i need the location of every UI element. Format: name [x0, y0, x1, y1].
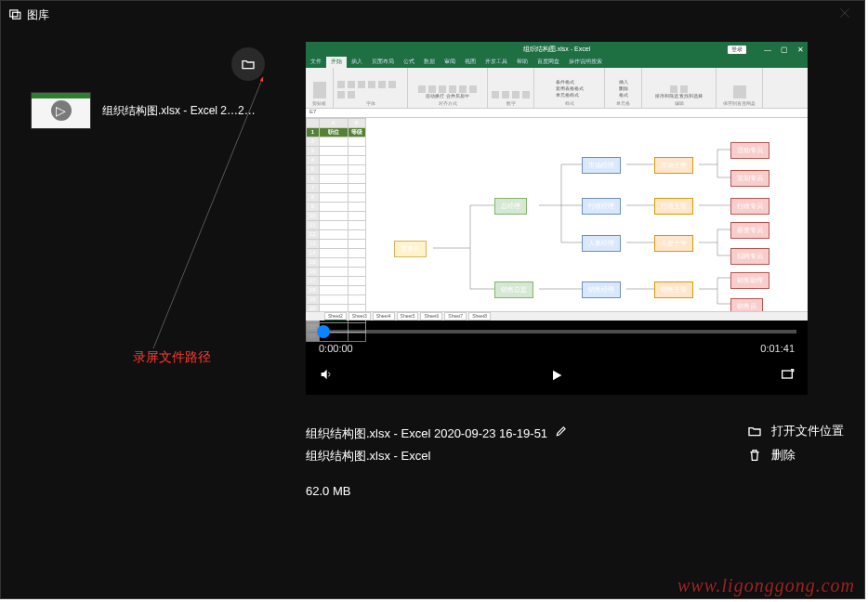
volume-icon[interactable] — [319, 367, 334, 386]
file-info: 组织结构图.xlsx - Excel 2020-09-23 16-19-51 组… — [306, 423, 844, 503]
watermark: www.ligonggong.com — [677, 575, 855, 596]
play-icon: ▷ — [51, 100, 72, 121]
org-chart: 董事长 总经理 销售总监 市场经理 行政经理 人事经理 销售经理 市场主管 行政… — [366, 118, 808, 311]
video-controls: 0:00:00 0:01:41 — [306, 321, 808, 395]
fullscreen-icon[interactable] — [780, 367, 795, 386]
excel-grid: AB 1职位等级 2董事长1 3总经理2 4市场经理3 5市场主管4 6活动专员… — [306, 118, 366, 342]
scrubber-handle[interactable] — [317, 325, 330, 338]
excel-formula-bar: E7 — [306, 109, 808, 118]
sidebar: ▷ 组织结构图.xlsx - Excel 2…2… — [1, 29, 296, 598]
gallery-icon — [8, 7, 21, 23]
svg-rect-1 — [13, 12, 20, 19]
excel-window-controls: —▢✕ — [764, 46, 804, 54]
window-title: 图库 — [27, 7, 49, 23]
close-button[interactable] — [833, 5, 857, 25]
scrubber[interactable] — [317, 330, 796, 334]
gallery-item[interactable]: ▷ 组织结构图.xlsx - Excel 2…2… — [27, 88, 287, 133]
excel-title: 组织结构图.xlsx - Excel — [523, 45, 590, 54]
open-folder-button[interactable] — [231, 47, 265, 81]
video-frame-excel: 组织结构图.xlsx - Excel 登录 —▢✕ 文件 开始 插入 页面布局 … — [306, 42, 808, 321]
video-thumbnail: ▷ — [31, 92, 91, 129]
video-player[interactable]: 组织结构图.xlsx - Excel 登录 —▢✕ 文件 开始 插入 页面布局 … — [306, 42, 808, 395]
annotation-text: 录屏文件路径 — [133, 349, 211, 366]
titlebar: 图库 — [1, 1, 864, 29]
gallery-window: 图库 ▷ 组织结构图.xlsx - Excel 2…2… — [0, 0, 865, 599]
excel-file-menu: 文件 — [306, 57, 326, 68]
excel-sheet-tabs: Sheet2 Sheet3Sheet4 Sheet5Sheet6 Sheet7S… — [306, 311, 808, 321]
excel-ribbon-tabs: 文件 开始 插入 页面布局 公式 数据 审阅 视图 开发工具 帮助 百度网盘 操… — [306, 57, 808, 68]
open-location-button[interactable]: 打开文件位置 — [747, 423, 844, 439]
svg-rect-31 — [783, 371, 793, 378]
edit-name-button[interactable] — [555, 423, 568, 445]
time-total: 0:01:41 — [760, 343, 795, 354]
delete-button[interactable]: 删除 — [747, 447, 844, 464]
gallery-item-label: 组织结构图.xlsx - Excel 2…2… — [102, 103, 256, 119]
svg-rect-0 — [10, 9, 18, 16]
file-name-full: 组织结构图.xlsx - Excel 2020-09-23 16-19-51 — [306, 423, 547, 445]
time-current: 0:00:00 — [319, 343, 353, 354]
excel-ribbon: 剪贴板 字体 自动换行 合并后居中对齐方式 数字 条件格式套用表格格式单元格样式… — [306, 68, 808, 109]
main-panel: 组织结构图.xlsx - Excel 登录 —▢✕ 文件 开始 插入 页面布局 … — [296, 29, 864, 598]
file-name-short: 组织结构图.xlsx - Excel — [306, 445, 568, 467]
file-size: 62.0 MB — [306, 480, 568, 503]
play-button[interactable] — [549, 368, 564, 386]
excel-login: 登录 — [728, 46, 746, 54]
